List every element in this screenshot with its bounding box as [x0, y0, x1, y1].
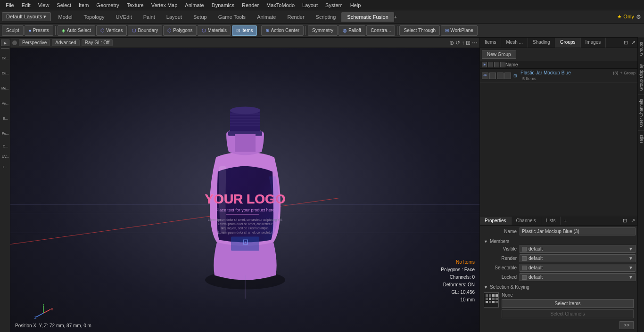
far-right-tab-groups[interactable]: Groups [638, 38, 644, 60]
groups-eye-icon[interactable]: 👁 [482, 62, 487, 67]
layout-settings-icon[interactable]: ⚙ [636, 14, 641, 20]
toolbar-sep-1 [55, 26, 56, 35]
viewport-icon-1[interactable]: ⊕ [449, 40, 454, 46]
groups-lock-icon[interactable] [494, 62, 499, 67]
sidebar-btn-f[interactable]: F... [0, 163, 10, 170]
symmetry-button[interactable]: Symmetry [308, 25, 338, 36]
auto-select-button[interactable]: ◈ Auto Select [58, 25, 95, 36]
viewport[interactable]: YOUR LOGO Place text for your product he… [10, 48, 479, 332]
groups-render-icon[interactable] [488, 62, 493, 67]
group-visibility-icon[interactable]: 👁 [482, 73, 488, 79]
group-expand-icon[interactable]: ⊞ [512, 73, 519, 79]
menu-geometry[interactable]: Geometry [92, 1, 123, 9]
far-right-tab-tags[interactable]: Tags [638, 130, 644, 147]
rp-icon-popout[interactable]: ↗ [630, 39, 636, 47]
menu-maxtomodo[interactable]: MaxToModo [263, 1, 298, 9]
viewport-shading-btn[interactable]: Advanced [52, 39, 79, 46]
tab-uvedit[interactable]: UVEdit [110, 12, 138, 22]
tab-scripting[interactable]: Scripting [310, 12, 342, 22]
menu-vertex-map[interactable]: Vertex Map [148, 1, 182, 9]
visible-select[interactable]: default ▼ [520, 245, 636, 253]
grid-dot-2 [489, 294, 491, 297]
viewport-icon-5[interactable]: ⋯ [472, 40, 478, 46]
tab-render[interactable]: Render [281, 12, 310, 22]
tab-model[interactable]: Model [53, 12, 78, 22]
presets-button[interactable]: ● Presets [25, 25, 53, 36]
viewport-mode-btn[interactable]: Perspective [19, 39, 50, 46]
far-right-tab-group-display[interactable]: Group Display [638, 60, 644, 95]
tab-topology[interactable]: Topology [78, 12, 110, 22]
select-through-button[interactable]: Select Through [399, 25, 440, 36]
menu-texture[interactable]: Texture [123, 1, 148, 9]
props-tab-channels[interactable]: Channels [512, 217, 541, 225]
rp-tab-shading[interactable]: Shading [528, 38, 555, 48]
viewport-icon-3[interactable]: ↑ [462, 40, 464, 46]
sculpt-button[interactable]: Sculpt [2, 25, 24, 36]
group-list-item[interactable]: 👁 ⊞ Plastic Jar Mockup Blue (3) + Group … [480, 69, 637, 83]
tab-setup[interactable]: Setup [188, 12, 213, 22]
props-tab-lists[interactable]: Lists [541, 217, 561, 225]
boundary-button[interactable]: ⬡ Boundary [128, 25, 162, 36]
group-lock1-icon[interactable] [497, 73, 504, 79]
far-right-tab-user-channels[interactable]: User Channels [638, 95, 644, 131]
status-no-items: No Items [441, 259, 475, 266]
selectable-select[interactable]: default ▼ [520, 264, 636, 272]
rp-tab-groups[interactable]: Groups [555, 38, 581, 48]
rp-tab-mesh[interactable]: Mesh ... [501, 38, 528, 48]
rp-icon-expand[interactable]: ⊡ [623, 39, 629, 47]
select-items-button[interactable]: Select Items [502, 299, 634, 308]
rp-tab-images[interactable]: Images [581, 38, 606, 48]
name-input[interactable] [520, 227, 636, 235]
props-tab-add[interactable]: + [561, 217, 569, 225]
groups-extra-icon[interactable] [500, 62, 505, 67]
select-channels-button[interactable]: Select Channels [502, 309, 634, 318]
menu-file[interactable]: File [2, 1, 18, 9]
polygons-button[interactable]: ⬡ Polygons [163, 25, 197, 36]
workplane-button[interactable]: ⊞ WorkPlane [441, 25, 478, 36]
layout-selector[interactable]: Default Layouts ▾ [2, 12, 51, 21]
expand-button[interactable]: >> [619, 321, 634, 329]
sidebar-btn-uv[interactable]: UV... [0, 153, 10, 160]
layout-add-icon[interactable]: + [394, 14, 397, 20]
menu-help[interactable]: Help [347, 1, 365, 9]
falloff-button[interactable]: ◍ Falloff [339, 25, 365, 36]
members-arrow[interactable]: ▼ [484, 239, 488, 244]
members-label: Members [490, 239, 510, 244]
menu-item[interactable]: Item [75, 1, 92, 9]
group-render-icon[interactable] [489, 73, 496, 79]
props-popout-icon[interactable]: ↗ [629, 217, 636, 224]
viewport-raygl-btn[interactable]: Ray GL: Off [82, 39, 113, 46]
viewport-eye-icon[interactable] [12, 40, 17, 45]
menu-edit[interactable]: Edit [18, 1, 34, 9]
menu-select[interactable]: Select [53, 1, 75, 9]
left-sidebar-toggle[interactable]: ▶ [1, 40, 9, 46]
menu-render[interactable]: Render [238, 1, 263, 9]
viewport-icon-2[interactable]: ↺ [455, 40, 460, 46]
tab-schematic-fusion[interactable]: Schematic Fusion [341, 12, 394, 22]
props-tab-properties[interactable]: Properties [480, 217, 512, 225]
tab-paint[interactable]: Paint [138, 12, 161, 22]
tab-animate[interactable]: Animate [251, 12, 281, 22]
menu-view[interactable]: View [34, 1, 53, 9]
vertices-button[interactable]: ⬡ Vertices [96, 25, 127, 36]
props-expand-icon[interactable]: ⊡ [621, 217, 628, 224]
viewport-icon-4[interactable]: ⊞ [466, 40, 471, 46]
new-group-button[interactable]: New Group [482, 50, 516, 59]
constraints-button[interactable]: Constra... [366, 25, 395, 36]
tab-gametools[interactable]: Game Tools [213, 12, 252, 22]
group-lock2-icon[interactable] [504, 73, 511, 79]
star-only-button[interactable]: ★ Only [617, 14, 634, 20]
tab-layout[interactable]: Layout [161, 12, 188, 22]
menu-dynamics[interactable]: Dynamics [208, 1, 238, 9]
action-center-button[interactable]: ⊕ Action Center [261, 25, 304, 36]
render-select[interactable]: default ▼ [520, 254, 636, 262]
sidebar-btn-c[interactable]: C... [0, 142, 10, 150]
materials-button[interactable]: ⬡ Materials [198, 25, 231, 36]
sel-keying-arrow[interactable]: ▼ [484, 285, 488, 290]
menu-system[interactable]: System [322, 1, 347, 9]
locked-select[interactable]: default ▼ [520, 273, 636, 281]
menu-animate[interactable]: Animate [181, 1, 207, 9]
rp-tab-items[interactable]: Items [480, 38, 501, 48]
items-button[interactable]: ⊡ Items [232, 25, 257, 36]
menu-layout[interactable]: Layout [298, 1, 322, 9]
